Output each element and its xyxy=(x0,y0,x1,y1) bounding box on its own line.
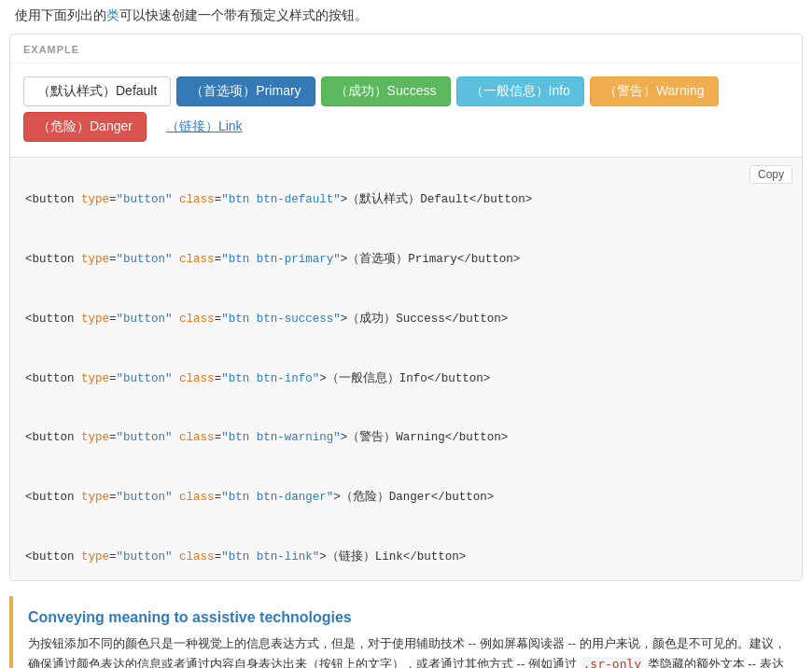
buttons-row-2: （危险）Danger （链接）Link xyxy=(23,112,789,142)
info-box: Conveying meaning to assistive technolog… xyxy=(9,596,803,668)
btn-danger[interactable]: （危险）Danger xyxy=(23,112,147,142)
buttons-area: （默认样式）Default （首选项）Primary （成功）Success （… xyxy=(10,63,802,157)
example-label: EXAMPLE xyxy=(10,35,802,63)
btn-primary[interactable]: （首选项）Primary xyxy=(176,77,315,106)
sr-only-code: .sr-only xyxy=(581,657,645,668)
example-container: EXAMPLE （默认样式）Default （首选项）Primary （成功）S… xyxy=(9,34,803,581)
buttons-row-1: （默认样式）Default （首选项）Primary （成功）Success （… xyxy=(23,77,789,106)
info-title: Conveying meaning to assistive technolog… xyxy=(28,609,788,626)
btn-success[interactable]: （成功）Success xyxy=(321,77,451,106)
btn-info[interactable]: （一般信息）Info xyxy=(456,77,584,106)
intro-link[interactable]: 类 xyxy=(106,7,119,22)
btn-default[interactable]: （默认样式）Default xyxy=(23,77,171,106)
page-container: 使用下面列出的类可以快速创建一个带有预定义样式的按钮。 EXAMPLE （默认样… xyxy=(0,0,812,668)
btn-warning[interactable]: （警告）Warning xyxy=(590,77,719,106)
info-body: 为按钮添加不同的颜色只是一种视觉上的信息表达方式，但是，对于使用辅助技术 -- … xyxy=(28,633,788,668)
copy-button[interactable]: Copy xyxy=(749,165,792,184)
code-content: <button type="button" class="btn btn-def… xyxy=(25,171,787,567)
code-box: Copy <button type="button" class="btn bt… xyxy=(10,157,802,580)
btn-link[interactable]: （链接）Link xyxy=(152,112,257,142)
intro-text: 使用下面列出的类可以快速创建一个带有预定义样式的按钮。 xyxy=(0,0,812,34)
